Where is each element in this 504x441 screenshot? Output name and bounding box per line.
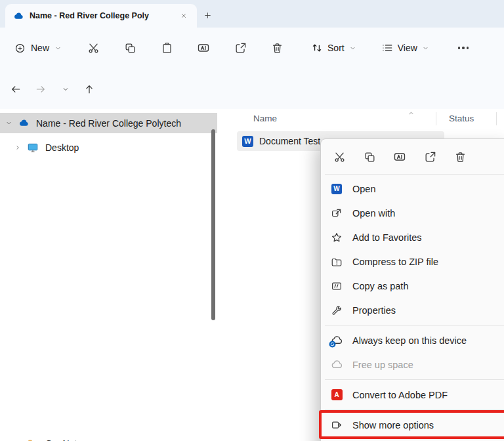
tab-title: Name - Red River College Poly	[30, 11, 171, 20]
column-header-row: Name Status	[217, 109, 504, 129]
context-menu-item-free-up-space: Free up space	[324, 352, 504, 377]
folder-icon	[26, 438, 39, 441]
context-menu-item-add-to-favorites[interactable]: Add to Favorites	[324, 225, 504, 249]
open-with-icon	[330, 207, 343, 219]
context-menu-item-always-keep[interactable]: Always keep on this device	[324, 328, 504, 352]
navigation-bar: Name - Red River College Polytech	[0, 68, 504, 110]
star-icon	[330, 232, 343, 243]
tab-bar: Name - Red River College Poly	[0, 0, 504, 28]
menu-item-label: Always keep on this device	[352, 335, 467, 346]
sort-arrows-icon	[311, 42, 323, 54]
copy-button[interactable]	[117, 36, 143, 60]
sort-button-label: Sort	[327, 43, 345, 53]
menu-item-label: Convert to Adobe PDF	[352, 390, 448, 400]
menu-item-label: Open	[352, 184, 375, 194]
view-lines-icon	[381, 42, 393, 54]
column-divider[interactable]	[436, 112, 436, 125]
cloud-icon	[330, 358, 343, 371]
more-options-button[interactable]	[452, 37, 475, 59]
menu-item-label: Compress to ZIP file	[352, 257, 438, 267]
cut-button[interactable]	[80, 36, 106, 60]
column-header-name[interactable]: Name	[253, 114, 277, 123]
context-menu-item-open-with[interactable]: Open with	[324, 201, 504, 225]
sidebar-item-onedrive-root[interactable]: Name - Red River College Polytech	[0, 113, 217, 133]
show-more-options-icon	[330, 419, 343, 431]
copy-path-icon	[330, 280, 343, 292]
onedrive-cloud-icon	[13, 10, 24, 22]
paste-button[interactable]	[154, 36, 180, 60]
context-menu-icon-row	[324, 142, 504, 172]
forward-button[interactable]	[32, 81, 49, 97]
context-menu-item-show-more-options[interactable]: Show more options	[324, 413, 504, 437]
share-button[interactable]	[418, 146, 442, 168]
context-menu-item-properties[interactable]: Properties	[324, 298, 504, 322]
chevron-right-icon[interactable]	[9, 144, 26, 151]
context-menu-item-compress-zip[interactable]: Compress to ZIP file	[324, 249, 504, 274]
sort-button[interactable]: Sort	[311, 42, 356, 54]
zip-folder-icon	[330, 256, 343, 268]
new-tab-button[interactable]	[198, 7, 217, 24]
recent-locations-chevron[interactable]	[57, 81, 74, 97]
chevron-down-icon[interactable]	[0, 119, 17, 127]
menu-item-label: Copy as path	[352, 281, 408, 291]
column-divider[interactable]	[496, 112, 497, 125]
menu-separator	[325, 325, 504, 326]
new-button-label: New	[31, 43, 49, 53]
cloud-sync-icon	[330, 334, 343, 346]
sidebar-scrollbar-thumb[interactable]	[211, 129, 215, 320]
delete-button[interactable]	[448, 146, 472, 168]
menu-item-label: Add to Favorites	[352, 232, 422, 243]
context-menu-item-copy-as-path[interactable]: Copy as path	[324, 274, 504, 298]
desktop-icon	[26, 142, 39, 154]
share-button[interactable]	[227, 36, 253, 60]
word-document-icon: W	[242, 136, 253, 147]
tab-close-icon[interactable]	[176, 8, 192, 24]
view-button-label: View	[398, 43, 417, 53]
menu-item-label: Show more options	[352, 420, 434, 430]
sort-ascending-icon	[408, 110, 415, 117]
navigation-pane: Name - Red River College Polytech Deskto…	[0, 109, 217, 441]
copy-button[interactable]	[358, 146, 381, 168]
delete-button[interactable]	[264, 36, 290, 60]
sidebar-item-onenote[interactable]: OneNote	[0, 433, 217, 441]
adobe-pdf-icon: A	[330, 389, 343, 400]
menu-item-label: Properties	[352, 305, 396, 316]
word-app-icon: W	[330, 184, 343, 194]
chevron-down-icon	[54, 45, 62, 52]
new-plus-icon	[14, 43, 26, 54]
menu-separator	[325, 410, 504, 410]
menu-separator	[325, 379, 504, 380]
menu-item-label: Free up space	[352, 360, 413, 370]
command-toolbar: New Sort View	[0, 28, 504, 69]
wrench-icon	[330, 304, 343, 316]
explorer-tab[interactable]: Name - Red River College Poly	[5, 4, 197, 28]
column-header-status[interactable]: Status	[449, 114, 474, 123]
cut-button[interactable]	[327, 146, 351, 168]
back-button[interactable]	[7, 81, 24, 97]
new-button[interactable]: New	[14, 43, 62, 54]
chevron-down-icon	[422, 45, 429, 52]
sidebar-item-label: Name - Red River College Polytech	[36, 118, 181, 129]
menu-item-label: Open with	[352, 208, 395, 219]
up-button[interactable]	[81, 81, 98, 97]
menu-separator	[325, 174, 504, 175]
onedrive-cloud-icon	[17, 117, 30, 129]
chevron-down-icon	[349, 45, 356, 52]
file-explorer-window: Name - Red River College Poly New	[0, 0, 504, 441]
context-menu: W Open Open with Add to Favorites Compre…	[320, 138, 504, 441]
rename-button[interactable]	[190, 36, 217, 60]
context-menu-item-open[interactable]: W Open	[324, 177, 504, 201]
view-button[interactable]: View	[381, 42, 429, 54]
sidebar-item-label: Desktop	[45, 142, 79, 153]
rename-button[interactable]	[388, 146, 411, 168]
file-name: Document Test	[259, 136, 320, 146]
sidebar-item-label: OneNote	[45, 438, 82, 441]
sidebar-item-desktop[interactable]: Desktop	[0, 137, 217, 158]
context-menu-item-convert-to-pdf[interactable]: A Convert to Adobe PDF	[324, 383, 504, 407]
